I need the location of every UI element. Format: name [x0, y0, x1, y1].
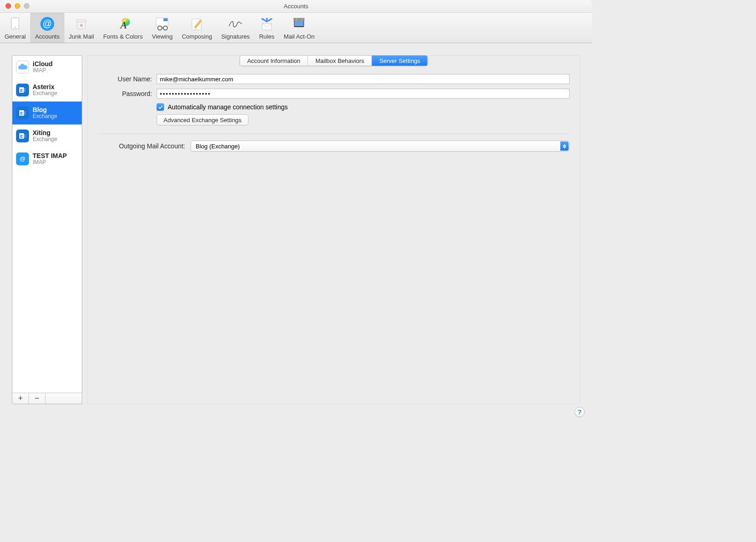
cloud-icon: [16, 61, 29, 73]
toolbar-label: Accounts: [35, 33, 59, 40]
account-item-xiting[interactable]: E Xiting Exchange: [12, 124, 82, 147]
content-area: iCloud IMAP E Asterix Exchange E Blog: [0, 43, 592, 424]
compose-icon: [189, 16, 205, 32]
svg-point-20: [296, 19, 297, 20]
svg-point-12: [164, 26, 168, 30]
toolbar-viewing[interactable]: Viewing: [147, 13, 177, 43]
svg-point-1: [15, 27, 16, 28]
window-controls: [6, 3, 29, 9]
minimize-window-button[interactable]: [15, 3, 20, 9]
account-item-blog[interactable]: E Blog Exchange: [12, 102, 82, 124]
account-name: Xiting: [33, 129, 57, 136]
toolbar-label: Fonts & Colors: [103, 33, 143, 40]
general-icon: [7, 16, 23, 32]
preferences-toolbar: General @ Accounts ✕ Junk Mail A Fonts &…: [0, 13, 592, 43]
zoom-window-button[interactable]: [24, 3, 29, 9]
password-input[interactable]: [157, 89, 570, 99]
account-name: TEST IMAP: [33, 152, 67, 159]
svg-rect-30: [24, 134, 26, 138]
outgoing-mail-account-select[interactable]: Blog (Exchange): [191, 141, 570, 152]
user-name-input[interactable]: [157, 74, 570, 84]
svg-text:E: E: [20, 88, 23, 93]
svg-text:@: @: [43, 18, 52, 28]
account-item-asterix[interactable]: E Asterix Exchange: [12, 79, 82, 102]
select-value: Blog (Exchange): [196, 143, 240, 150]
toolbar-mail-act-on[interactable]: Mail Act-On: [279, 13, 319, 43]
svg-text:A: A: [119, 19, 127, 31]
svg-point-19: [294, 19, 295, 20]
auto-manage-checkbox[interactable]: [157, 103, 164, 111]
svg-text:E: E: [20, 111, 23, 116]
exchange-icon: E: [16, 84, 29, 96]
advanced-exchange-settings-button[interactable]: Advanced Exchange Settings: [157, 114, 248, 125]
toolbar-label: Viewing: [152, 33, 173, 40]
trash-icon: ✕: [73, 16, 89, 32]
window-title: Accounts: [284, 3, 308, 10]
svg-rect-5: [77, 20, 86, 22]
mail-act-on-icon: [291, 16, 307, 32]
check-icon: [158, 105, 163, 110]
account-tabs: Account Information Mailbox Behaviors Se…: [239, 55, 428, 66]
toolbar-label: Signatures: [221, 33, 250, 40]
divider: [98, 134, 570, 134]
exchange-icon: E: [16, 130, 29, 142]
remove-account-button[interactable]: −: [29, 393, 45, 404]
select-stepper-icon: [560, 141, 569, 151]
svg-rect-17: [294, 20, 304, 26]
toolbar-signatures[interactable]: Signatures: [217, 13, 254, 43]
outgoing-mail-label: Outgoing Mail Account:: [98, 142, 185, 150]
account-type: Exchange: [33, 90, 57, 97]
at-icon: @: [39, 16, 55, 32]
svg-text:E: E: [20, 134, 23, 139]
viewing-icon: [154, 16, 170, 32]
account-detail-panel: Account Information Mailbox Behaviors Se…: [87, 55, 580, 404]
user-name-label: User Name:: [98, 75, 152, 83]
tab-account-information[interactable]: Account Information: [240, 56, 308, 66]
account-type: IMAP: [33, 159, 67, 166]
fonts-colors-icon: A: [115, 16, 131, 32]
toolbar-fonts-colors[interactable]: A Fonts & Colors: [99, 13, 147, 43]
tab-mailbox-behaviors[interactable]: Mailbox Behaviors: [308, 56, 372, 66]
at-icon: @: [16, 152, 29, 165]
toolbar-accounts[interactable]: @ Accounts: [30, 13, 64, 43]
exchange-icon: E: [16, 107, 29, 119]
account-name: iCloud: [33, 60, 53, 68]
account-item-test-imap[interactable]: @ TEST IMAP IMAP: [12, 147, 82, 170]
help-button[interactable]: ?: [575, 407, 585, 417]
list-footer: + −: [12, 393, 82, 404]
tab-server-settings[interactable]: Server Settings: [372, 56, 428, 66]
help-icon: ?: [578, 408, 582, 416]
toolbar-general[interactable]: General: [0, 13, 30, 43]
server-settings-form: User Name: Password: Automatically manag…: [98, 74, 570, 152]
svg-text:@: @: [19, 155, 25, 162]
toolbar-composing[interactable]: Composing: [177, 13, 217, 43]
svg-point-21: [298, 19, 299, 20]
accounts-sidebar: iCloud IMAP E Asterix Exchange E Blog: [12, 55, 82, 404]
toolbar-label: Junk Mail: [69, 33, 94, 40]
toolbar-rules[interactable]: Rules: [254, 13, 279, 43]
footer-spacer: [45, 393, 82, 404]
account-type: IMAP: [33, 68, 53, 74]
minus-icon: −: [34, 394, 39, 403]
plus-icon: +: [18, 394, 23, 403]
toolbar-label: Mail Act-On: [284, 33, 315, 40]
svg-point-11: [158, 26, 162, 30]
toolbar-label: General: [5, 33, 26, 40]
add-account-button[interactable]: +: [12, 393, 29, 404]
svg-rect-24: [24, 88, 26, 92]
toolbar-label: Rules: [259, 33, 274, 40]
rules-icon: [259, 16, 275, 32]
close-window-button[interactable]: [6, 3, 11, 9]
signature-icon: [228, 16, 243, 32]
toolbar-junk-mail[interactable]: ✕ Junk Mail: [64, 13, 99, 43]
account-type: Exchange: [33, 136, 57, 143]
auto-manage-label: Automatically manage connection settings: [168, 103, 288, 111]
password-label: Password:: [98, 90, 152, 97]
titlebar: Accounts: [0, 0, 592, 13]
accounts-list: iCloud IMAP E Asterix Exchange E Blog: [12, 56, 82, 393]
svg-text:✕: ✕: [79, 23, 83, 28]
toolbar-label: Composing: [182, 33, 212, 40]
svg-rect-27: [24, 111, 26, 115]
account-item-icloud[interactable]: iCloud IMAP: [12, 56, 82, 79]
account-name: Blog: [33, 106, 57, 113]
